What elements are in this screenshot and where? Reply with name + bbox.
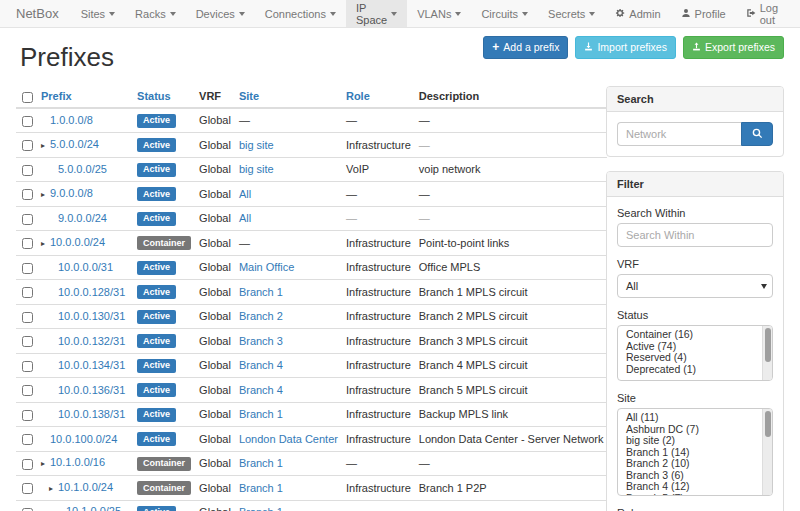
nav-item-log-out[interactable]: Log out [736,0,788,27]
expand-arrow-icon[interactable]: ▸ [41,458,50,470]
add-prefix-button[interactable]: + Add a prefix [483,36,568,59]
site-link[interactable]: Branch 4 [239,384,283,396]
row-checkbox[interactable] [22,165,33,176]
row-checkbox[interactable] [22,410,33,421]
search-input[interactable] [617,122,741,146]
prefix-link[interactable]: 5.0.0.0/25 [58,163,107,175]
scrollbar-thumb[interactable] [765,328,771,362]
expand-arrow-icon[interactable]: ▸ [41,238,50,250]
row-checkbox[interactable] [22,361,33,372]
row-checkbox[interactable] [22,263,33,274]
export-prefixes-button[interactable]: Export prefixes [683,36,784,59]
row-checkbox[interactable] [22,336,33,347]
prefix-link[interactable]: 10.0.0.132/31 [58,335,125,347]
prefix-link[interactable]: 9.0.0.0/8 [50,187,93,199]
status-option[interactable]: Deprecated (1) [618,364,760,376]
row-checkbox[interactable] [22,483,33,494]
nav-item-connections[interactable]: Connections [255,0,346,27]
site-listbox[interactable]: All (11)Ashburn DC (7)big site (2)Branch… [617,408,773,496]
column-header-label[interactable]: Prefix [41,90,72,102]
prefix-link[interactable]: 10.1.0.0/25 [66,505,121,511]
site-link[interactable]: All [239,188,251,200]
nav-item-profile[interactable]: Profile [671,0,736,27]
row-checkbox[interactable] [22,140,33,151]
site-link[interactable]: Branch 4 [239,359,283,371]
prefix-link[interactable]: 10.0.0.138/31 [58,408,125,420]
site-option[interactable]: big site (2) [618,435,760,447]
row-checkbox[interactable] [22,189,33,200]
site-link[interactable]: Branch 1 [239,286,283,298]
site-option[interactable]: Branch 4 (12) [618,481,760,493]
site-link[interactable]: big site [239,139,274,151]
search-within-input[interactable] [617,223,773,247]
site-link[interactable]: Main Office [239,261,294,273]
site-option[interactable]: Branch 3 (6) [618,470,760,482]
site-link[interactable]: Branch 2 [239,310,283,322]
brand[interactable]: NetBox [14,0,71,27]
status-option[interactable]: Container (16) [618,329,760,341]
indent-spacer [41,487,49,488]
search-button[interactable] [741,122,773,146]
row-checkbox[interactable] [22,312,33,323]
site-link[interactable]: Branch 3 [239,335,283,347]
row-checkbox[interactable] [22,508,33,511]
prefix-link[interactable]: 5.0.0.0/24 [50,138,99,150]
import-prefixes-button[interactable]: Import prefixes [575,36,675,59]
empty-value: — [239,114,250,126]
prefix-link[interactable]: 10.0.0.136/31 [58,384,125,396]
site-option[interactable]: Ashburn DC (7) [618,424,760,436]
row-checkbox[interactable] [22,385,33,396]
site-link[interactable]: London Data Center [239,433,338,445]
row-checkbox[interactable] [22,238,33,249]
prefix-link[interactable]: 10.0.0.0/24 [50,236,105,248]
site-link[interactable]: big site [239,163,274,175]
site-link[interactable]: Branch 1 [239,482,283,494]
expand-arrow-icon[interactable]: ▸ [57,507,66,511]
nav-item-admin[interactable]: Admin [605,0,670,27]
prefix-link[interactable]: 9.0.0.0/24 [58,212,107,224]
prefix-link[interactable]: 10.1.0.0/24 [58,481,113,493]
row-checkbox[interactable] [22,116,33,127]
nav-item-secrets[interactable]: Secrets [538,0,605,27]
expand-arrow-icon[interactable]: ▸ [49,483,58,495]
table-row: 10.0.0.136/31ActiveGlobalBranch 4Infrast… [16,378,607,403]
site-option[interactable]: Branch 2 (10) [618,458,760,470]
site-option[interactable]: Branch 1 (14) [618,447,760,459]
site-link[interactable]: All [239,212,251,224]
filter-panel-title: Filter [607,172,783,197]
nav-item-circuits[interactable]: Circuits [471,0,538,27]
site-link[interactable]: Branch 1 [239,457,283,469]
prefix-link[interactable]: 10.0.0.0/31 [58,261,113,273]
prefix-link[interactable]: 10.0.0.128/31 [58,286,125,298]
nav-item-vlans[interactable]: VLANs [407,0,471,27]
expand-arrow-icon[interactable]: ▸ [41,140,50,152]
prefix-link[interactable]: 10.0.100.0/24 [50,433,117,445]
scrollbar-thumb[interactable] [765,411,771,437]
nav-item-racks[interactable]: Racks [125,0,186,27]
row-checkbox[interactable] [22,434,33,445]
vrf-select[interactable]: All [617,274,773,298]
select-all-checkbox[interactable] [22,92,33,103]
status-listbox[interactable]: Container (16)Active (74)Reserved (4)Dep… [617,325,773,381]
row-checkbox[interactable] [22,214,33,225]
site-option[interactable]: Branch 5 (7) [618,493,760,497]
site-link[interactable]: Branch 1 [239,506,283,511]
plus-icon: + [492,43,499,52]
prefix-link[interactable]: 10.1.0.0/16 [50,456,105,468]
expand-arrow-icon[interactable]: ▸ [41,189,50,201]
column-header-label[interactable]: Status [137,90,171,102]
nav-item-devices[interactable]: Devices [186,0,255,27]
nav-item-sites[interactable]: Sites [71,0,125,27]
site-link[interactable]: Branch 1 [239,408,283,420]
prefix-link[interactable]: 1.0.0.0/8 [50,114,93,126]
prefix-link[interactable]: 10.0.0.134/31 [58,359,125,371]
row-checkbox[interactable] [22,459,33,470]
column-header-label[interactable]: Site [239,90,259,102]
prefix-link[interactable]: 10.0.0.130/31 [58,310,125,322]
row-checkbox[interactable] [22,287,33,298]
nav-item-ip-space[interactable]: IP Space [346,0,407,27]
site-option[interactable]: All (11) [618,412,760,424]
column-header-label[interactable]: Role [346,90,370,102]
status-option[interactable]: Reserved (4) [618,352,760,364]
status-option[interactable]: Active (74) [618,341,760,353]
